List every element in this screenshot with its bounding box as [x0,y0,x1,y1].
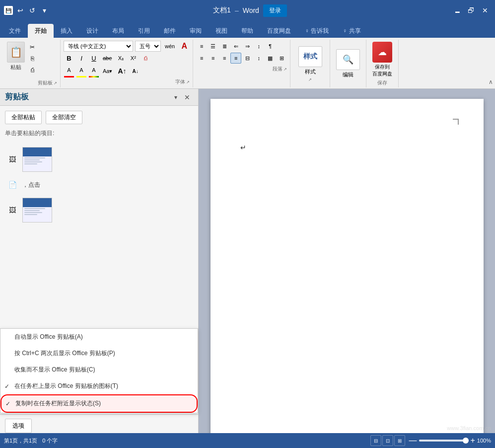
zoom-minus-button[interactable]: — [409,436,417,445]
unordered-list-button[interactable]: ≡ [196,41,207,52]
styles-button[interactable]: 样式 样式 [295,45,325,76]
format-painter-button[interactable]: ⎙ [27,65,38,75]
tab-mailing[interactable]: 邮件 [157,24,183,38]
menu-item-nearstatus[interactable]: 复制时在任务栏附近显示状态(S) [0,394,198,413]
login-button[interactable]: 登录 [263,4,287,17]
title-separator: – [235,6,239,14]
clipboard-expand-icon[interactable]: ↗ [54,81,57,85]
close-button[interactable]: ✕ [479,4,491,16]
paste-all-button[interactable]: 全部粘贴 [5,111,42,124]
font-size-select[interactable]: 五号 [135,41,161,52]
clipboard-group-label[interactable]: 剪贴板 ↗ [38,79,57,86]
text-effect-button[interactable]: A [88,65,99,75]
menu-label-ctrl2show: 按 Ctrl+C 两次后显示 Office 剪贴板(P) [14,349,115,358]
ribbon-collapse-button[interactable]: ∧ [489,40,493,87]
ordered-list-button[interactable]: ☰ [208,41,218,52]
shading-button[interactable]: ▦ [265,53,276,64]
line-spacing-button[interactable]: ↕ [253,53,264,64]
tab-baidu[interactable]: 百度网盘 [260,24,298,38]
panel-dropdown-button[interactable]: ▾ [172,93,179,102]
tab-layout[interactable]: 布局 [105,24,131,38]
restore-button[interactable]: 🗗 [465,4,477,16]
menu-item-collecthide[interactable]: 收集而不显示 Office 剪贴板(C) [0,362,198,378]
zoom-plus-button[interactable]: + [471,436,475,445]
highlight-button[interactable]: A [76,65,87,75]
copy-button[interactable]: ⎘ [27,53,38,64]
options-button[interactable]: 选项 [5,419,32,433]
panel-close-button[interactable]: ✕ [181,92,193,102]
redo-icon[interactable]: ↺ [28,6,37,15]
menu-item-ctrl2show[interactable]: 按 Ctrl+C 两次后显示 Office 剪贴板(P) [0,345,198,362]
font-wen-button[interactable]: wén [163,41,177,52]
zoom-slider: — + 100% [409,436,491,445]
sort-button[interactable]: ↕ [253,41,264,52]
tab-file[interactable]: 文件 [2,24,28,38]
underline-button[interactable]: U [88,53,99,64]
quick-save-icon[interactable]: 💾 [4,6,13,15]
title-bar: 💾 ↩ ↺ ▾ 文档1 – Word 登录 🗕 🗗 ✕ [0,0,495,21]
font-expand-icon[interactable]: ↗ [186,80,190,84]
superscript-button[interactable]: X² [128,53,139,64]
clear-format-button[interactable]: ⎙ [140,53,151,64]
clipboard-item[interactable]: 🖼 [2,194,196,226]
edit-button[interactable]: 🔍 编辑 [333,48,363,79]
decrease-indent-button[interactable]: ⇐ [230,41,241,52]
print-layout-button[interactable]: ⊟ [370,435,381,446]
zoom-thumb[interactable] [463,438,469,444]
grow-font-button[interactable]: A↑ [116,66,128,76]
menu-item-autoshow[interactable]: 自动显示 Office 剪贴板(A) [0,329,198,345]
undo-icon[interactable]: ↩ [16,6,25,15]
font-a-button[interactable]: A [179,41,190,52]
ribbon-group-save-baidu: ☁ 保存到 百度网盘 保存 [366,40,399,87]
zoom-track[interactable] [419,440,469,442]
border-button[interactable]: ⊞ [276,53,287,64]
web-layout-button[interactable]: ⊡ [382,435,393,446]
styles-icon: 样式 [298,46,322,67]
zoom-fill [419,440,469,442]
show-hide-button[interactable]: ¶ [265,41,276,52]
strikethrough-button[interactable]: abe [101,53,114,64]
quick-access-icon[interactable]: ▾ [40,6,49,15]
tab-share[interactable]: ♀ 共享 [336,24,367,38]
tab-design[interactable]: 设计 [79,24,105,38]
justify-button[interactable]: ≡ [230,53,241,64]
tab-view[interactable]: 视图 [209,24,234,38]
font-name-select[interactable]: 等线 (中文正文) [64,41,133,52]
clipboard-item[interactable]: 🖼 [2,144,196,175]
view-buttons: ⊟ ⊡ ⊞ [370,435,405,446]
distribute-button[interactable]: ⊟ [242,53,253,64]
highlight-color-group: A [76,65,87,77]
tab-review[interactable]: 审阅 [183,24,209,38]
font-group-label[interactable]: 字体 ↗ [175,78,190,85]
read-mode-button[interactable]: ⊞ [394,435,405,446]
menu-item-taskbaricon[interactable]: 在任务栏上显示 Office 剪贴板的图标(T) [0,378,198,394]
paragraph-group-label[interactable]: 段落 ↗ [273,66,287,73]
italic-button[interactable]: I [76,53,87,64]
clear-all-button[interactable]: 全部清空 [46,111,82,124]
styles-expand-icon[interactable]: ↗ [308,77,312,82]
clipboard-item[interactable]: 📄 ，点击 [2,175,196,194]
align-left-button[interactable]: ≡ [196,53,207,64]
tab-help[interactable]: 帮助 [234,24,260,38]
font-color-button[interactable]: A [64,65,74,75]
bold-button[interactable]: B [64,53,74,64]
increase-indent-button[interactable]: ⇒ [242,41,253,52]
align-center-button[interactable]: ≡ [208,53,218,64]
paste-button[interactable]: 📋 粘贴 [5,41,27,72]
styles-group-label[interactable]: ↗ [308,77,312,82]
tab-tellme[interactable]: ♀ 告诉我 [298,24,336,38]
subscript-button[interactable]: X₂ [115,53,126,64]
tab-references[interactable]: 引用 [131,24,157,38]
save-baidu-button[interactable]: ☁ 保存到 百度网盘 [369,41,395,78]
paragraph-expand-icon[interactable]: ↗ [283,67,287,72]
multilevel-list-button[interactable]: ≣ [219,41,230,52]
cut-button[interactable]: ✂ [27,42,38,53]
tab-insert[interactable]: 插入 [54,24,79,38]
ribbon-group-styles: 样式 样式 ↗ [290,40,330,87]
shrink-font-button[interactable]: A↓ [130,66,141,76]
tab-home[interactable]: 开始 [28,24,54,38]
align-right-button[interactable]: ≡ [219,53,230,64]
minimize-button[interactable]: 🗕 [451,4,463,16]
ribbon-tabs: 文件 开始 插入 设计 布局 引用 邮件 审阅 视图 帮助 百度网盘 ♀ 告诉我… [0,21,495,38]
aa-button[interactable]: Aa▾ [101,66,114,76]
